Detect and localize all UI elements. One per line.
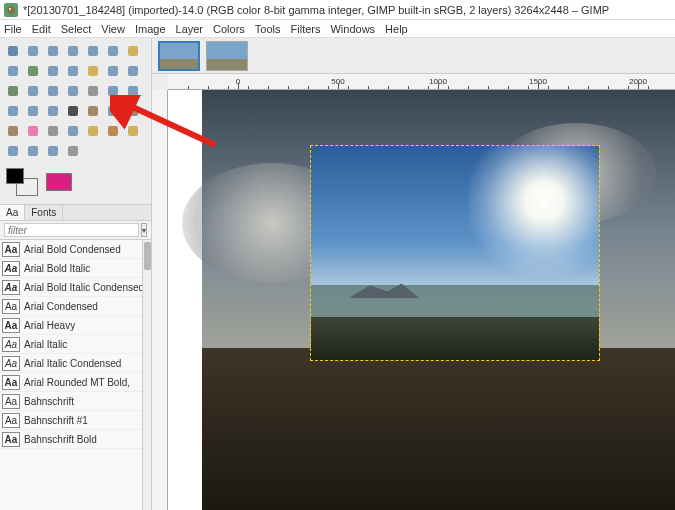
menu-view[interactable]: View [101,23,125,35]
font-row[interactable]: AaArial Italic Condensed [0,354,151,373]
menu-select[interactable]: Select [61,23,92,35]
menu-windows[interactable]: Windows [330,23,375,35]
svg-rect-38 [28,146,38,156]
font-scrollbar[interactable] [142,240,151,510]
svg-rect-20 [88,86,98,96]
font-row[interactable]: AaArial Italic [0,335,151,354]
canvas-viewport[interactable] [168,90,675,510]
menu-colors[interactable]: Colors [213,23,245,35]
font-glyph-icon: Aa [2,299,20,314]
svg-rect-22 [128,86,138,96]
menu-help[interactable]: Help [385,23,408,35]
font-filter-dropdown[interactable]: ▾ [141,223,147,237]
free-select-tool[interactable] [64,42,82,60]
font-scroll-thumb[interactable] [144,242,151,270]
gradient-tool[interactable] [104,102,122,120]
svg-rect-29 [128,106,138,116]
font-glyph-icon: Aa [2,242,20,257]
font-glyph-icon: Aa [2,261,20,276]
document-tabs [152,38,675,74]
zoom-tool[interactable] [64,62,82,80]
svg-rect-23 [8,106,18,116]
perspective-tool[interactable] [64,82,82,100]
warp-tool[interactable] [4,102,22,120]
font-filter-input[interactable] [4,223,139,237]
svg-rect-13 [88,66,98,76]
titlebar: *[20130701_184248] (imported)-14.0 (RGB … [0,0,675,20]
pencil-tool[interactable] [124,102,142,120]
move-tool[interactable] [4,42,22,60]
font-glyph-icon: Aa [2,375,20,390]
eraser-tool[interactable] [24,122,42,140]
svg-rect-5 [68,46,78,56]
app-icon [4,3,18,17]
fuzzy-select-tool[interactable] [84,42,102,60]
3d-transform-tool[interactable] [44,102,62,120]
rect-select-tool[interactable] [24,42,42,60]
menu-filters[interactable]: Filters [291,23,321,35]
font-name: Arial Bold Italic [24,263,90,274]
ruler-vertical[interactable] [152,90,168,510]
scale-tool[interactable] [24,82,42,100]
image-canvas[interactable] [202,90,675,510]
scissors-tool[interactable] [124,42,142,60]
menu-edit[interactable]: Edit [32,23,51,35]
flip-tool[interactable] [84,82,102,100]
bucket-fill-tool[interactable] [84,102,102,120]
thumb-1[interactable] [158,41,200,71]
measure-tool[interactable] [84,62,102,80]
clone-tool[interactable] [104,122,122,140]
menu-file[interactable]: File [4,23,22,35]
rotate-tool[interactable] [4,82,22,100]
font-row[interactable]: AaArial Bold Italic Condensed [0,278,151,297]
active-brush-swatch[interactable] [46,173,72,191]
mypaint-brush-tool[interactable] [84,122,102,140]
color-picker-tool[interactable] [44,62,62,80]
selection-marquee[interactable] [310,145,600,361]
font-list[interactable]: AaArial Bold CondensedAaArial Bold Itali… [0,239,151,510]
smudge-tool[interactable] [44,142,62,160]
unified-transform-tool[interactable] [124,62,142,80]
paths-tool[interactable] [24,62,42,80]
font-name: Bahnschrift [24,396,74,407]
text-tool[interactable] [64,102,82,120]
by-color-select-tool[interactable] [104,42,122,60]
paintbrush-tool[interactable] [4,122,22,140]
menu-tools[interactable]: Tools [255,23,281,35]
font-name: Arial Rounded MT Bold, [24,377,130,388]
font-row[interactable]: AaBahnschrift #1 [0,411,151,430]
font-row[interactable]: AaBahnschrift Bold [0,430,151,449]
svg-rect-24 [28,106,38,116]
dodge-burn-tool[interactable] [64,142,82,160]
font-row[interactable]: AaArial Bold Condensed [0,240,151,259]
font-row[interactable]: AaArial Condensed [0,297,151,316]
airbrush-tool[interactable] [44,122,62,140]
fg-color-swatch[interactable] [6,168,24,184]
font-name: Arial Condensed [24,301,98,312]
ellipse-select-tool[interactable] [44,42,62,60]
menu-layer[interactable]: Layer [176,23,204,35]
ink-tool[interactable] [64,122,82,140]
tab-aa[interactable]: Aa [0,205,25,221]
blur-tool[interactable] [24,142,42,160]
crop-tool[interactable] [104,62,122,80]
svg-rect-14 [108,66,118,76]
perspective-clone-tool[interactable] [4,142,22,160]
thumb-2[interactable] [206,41,248,71]
svg-rect-39 [48,146,58,156]
heal-tool[interactable] [124,122,142,140]
cage-tool[interactable] [104,82,122,100]
foreground-select-tool[interactable] [4,62,22,80]
handle-transform-tool[interactable] [124,82,142,100]
font-row[interactable]: AaBahnschrift [0,392,151,411]
menu-image[interactable]: Image [135,23,166,35]
ruler-horizontal[interactable]: 0500100015002000 [168,74,675,90]
tab-fonts[interactable]: Fonts [25,205,63,220]
font-row[interactable]: AaArial Bold Italic [0,259,151,278]
align-tool[interactable] [24,102,42,120]
font-row[interactable]: AaArial Rounded MT Bold, [0,373,151,392]
shear-tool[interactable] [44,82,62,100]
font-row[interactable]: AaArial Heavy [0,316,151,335]
svg-rect-19 [68,86,78,96]
svg-rect-8 [128,46,138,56]
